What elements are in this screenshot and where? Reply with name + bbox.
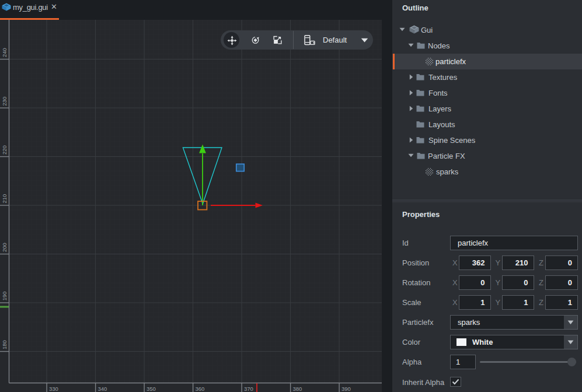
svg-text:330: 330	[49, 386, 58, 392]
svg-text:210: 210	[1, 194, 8, 204]
svg-text:240: 240	[1, 48, 8, 57]
svg-text:220: 220	[1, 145, 8, 155]
svg-text:230: 230	[1, 97, 8, 106]
svg-text:380: 380	[293, 386, 302, 392]
svg-text:350: 350	[147, 386, 156, 392]
svg-text:360: 360	[196, 386, 205, 392]
svg-text:190: 190	[1, 292, 8, 301]
svg-text:390: 390	[341, 386, 351, 392]
svg-text:370: 370	[244, 386, 253, 392]
svg-text:200: 200	[1, 243, 8, 252]
svg-text:180: 180	[1, 340, 8, 349]
svg-text:340: 340	[98, 386, 107, 392]
